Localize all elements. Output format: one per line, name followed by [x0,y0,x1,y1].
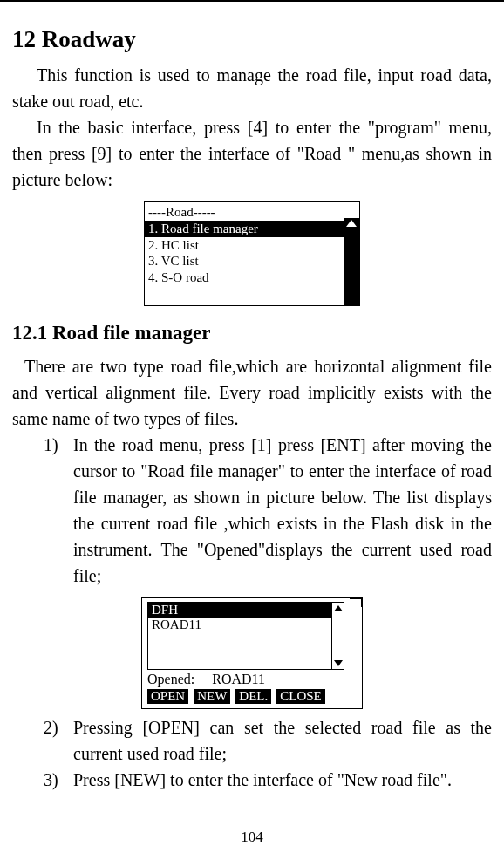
road-menu-item-4[interactable]: 4. S-O road [145,270,344,286]
file-row-2[interactable]: ROAD11 [148,618,331,632]
step-1-text: In the road menu, press [1] press [ENT] … [73,435,492,585]
scroll-up-icon [334,605,343,611]
opened-label: Opened: [147,672,194,687]
file-row-selected[interactable]: DFH [148,603,331,618]
road-menu-item-selected[interactable]: 1. Road file manager [145,221,344,237]
step-1: 1) In the road menu, press [1] press [EN… [12,432,492,589]
file-button-row: OPEN NEW DEL. CLOSE [142,689,362,708]
close-button[interactable]: CLOSE [276,689,325,704]
step-3: 3) Press [NEW] to enter the interface of… [12,767,492,793]
opened-value: ROAD11 [212,672,265,687]
step-3-number: 3) [44,767,58,793]
subsection-intro: There are two type road file,which are h… [12,353,492,432]
road-menu-box: ----Road----- 1. Road file manager 2. HC… [144,201,360,306]
opened-status: Opened: ROAD11 [142,670,362,689]
step-2-number: 2) [44,714,58,740]
del-button[interactable]: DEL. [235,689,271,704]
road-menu-scrollbar[interactable] [344,218,359,305]
open-button[interactable]: OPEN [147,689,188,704]
step-2-text: Pressing [OPEN] can set the selected roa… [73,718,492,763]
step-1-number: 1) [44,432,58,458]
page-number: 104 [0,829,504,846]
road-menu-figure: ----Road----- 1. Road file manager 2. HC… [12,201,492,306]
new-button[interactable]: NEW [194,689,230,704]
step-3-text: Press [NEW] to enter the interface of "N… [73,770,452,789]
file-list-scrollbar[interactable] [331,603,344,669]
outer-scroll-stub [350,598,362,708]
scroll-down-icon [334,660,343,666]
file-list: DFH ROAD11 [147,602,344,670]
basic-paragraph: In the basic interface, press [4] to ent… [12,114,492,193]
step-2: 2) Pressing [OPEN] can set the selected … [12,714,492,767]
file-manager-figure: DFH ROAD11 Opened: ROAD11 OPEN NEW DEL. … [12,597,492,709]
intro-paragraph: This function is used to manage the road… [12,62,492,114]
scroll-up-icon [346,220,357,227]
subsection-title: 12.1 Road file manager [12,322,492,345]
road-menu-item-2[interactable]: 2. HC list [145,237,344,254]
road-menu-item-3[interactable]: 3. VC list [145,253,344,270]
file-manager-box: DFH ROAD11 Opened: ROAD11 OPEN NEW DEL. … [141,597,363,709]
road-menu-header: ----Road----- [145,202,359,221]
page: 12 Roadway This function is used to mana… [0,0,504,853]
section-title: 12 Roadway [12,26,492,53]
